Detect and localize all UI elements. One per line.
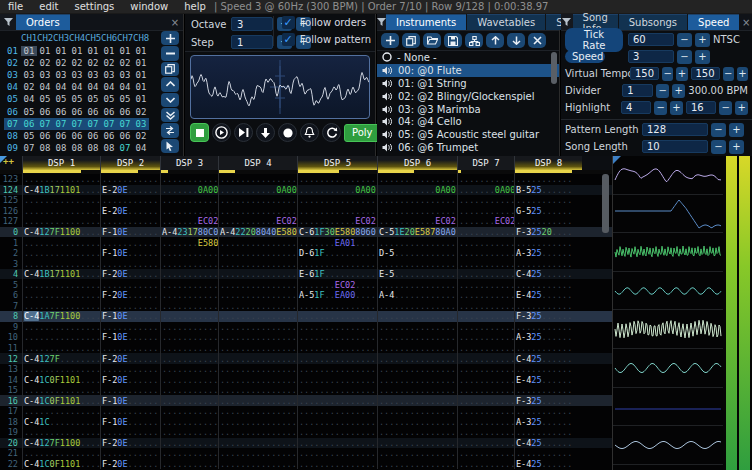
pattern-cell[interactable]: ...........	[100, 343, 160, 354]
pattern-cell[interactable]: ...........	[514, 216, 582, 227]
pattern-cell[interactable]: ...........	[457, 237, 514, 248]
pattern-cell[interactable]: ...............	[218, 279, 297, 290]
pattern-cell[interactable]: ...........	[514, 322, 582, 333]
order-cell[interactable]: 02	[69, 58, 85, 68]
pattern-cell[interactable]: ...............	[377, 237, 457, 248]
pattern-cell[interactable]: ...........	[160, 374, 218, 385]
pattern-cell[interactable]: ...............	[218, 248, 297, 259]
order-cell[interactable]: 05	[101, 94, 117, 104]
pattern-cell[interactable]: ...............	[218, 269, 297, 280]
order-cell[interactable]: 05	[117, 94, 133, 104]
divider-input[interactable]: 1	[622, 84, 653, 97]
pattern-cell[interactable]: F-10E......	[100, 417, 160, 428]
order-row[interactable]: 030303030303030301	[4, 69, 149, 81]
tab-wavetables[interactable]: Wavetables	[467, 14, 545, 30]
virtual-tempo-den-input[interactable]: 150	[691, 67, 720, 80]
pattern-length-decrease-button[interactable]: −	[711, 123, 726, 137]
pattern-cell[interactable]: ...........	[457, 417, 514, 428]
pattern-cell[interactable]: ...........	[457, 353, 514, 364]
tick-rate-button[interactable]: Tick Rate	[565, 28, 623, 52]
pattern-cell[interactable]: ...............	[22, 195, 100, 206]
pattern-cell[interactable]: ...........	[160, 322, 218, 333]
order-row[interactable]: 060506060606060602	[4, 105, 149, 117]
pattern-cell[interactable]: ...............	[377, 343, 457, 354]
pattern-cell[interactable]: C-51E20E58780A0	[377, 227, 457, 238]
pattern-cell[interactable]: C-61F30E5808060	[297, 227, 377, 238]
move-up-icon[interactable]	[161, 77, 179, 91]
order-cell[interactable]: 02	[21, 82, 37, 92]
pattern-cell[interactable]: ...............	[377, 374, 457, 385]
pattern-cell[interactable]: ...............	[218, 385, 297, 396]
pattern-cell[interactable]: ...............	[377, 438, 457, 449]
pattern-cell[interactable]: .......0A00	[457, 185, 514, 196]
pattern-cell[interactable]: ...........	[514, 364, 582, 375]
pattern-cell[interactable]: ...........	[457, 438, 514, 449]
order-cell[interactable]: 04	[133, 143, 149, 153]
pattern-cell[interactable]: ...............	[297, 406, 377, 417]
pattern-cell[interactable]: ...............	[297, 301, 377, 312]
pattern-cell[interactable]: C-41C0F1101....	[22, 395, 100, 406]
pattern-cell[interactable]: ...............	[22, 206, 100, 217]
pattern-cell[interactable]: ...............	[297, 395, 377, 406]
pattern-cell[interactable]: E-425......	[514, 290, 582, 301]
instrument-item[interactable]: 02: @2 Blingy/Glockenspiel	[377, 90, 559, 103]
pattern-cell[interactable]: .......EC02	[160, 216, 218, 227]
order-cell[interactable]: 03	[101, 70, 117, 80]
order-cell[interactable]: 06	[85, 131, 101, 141]
pattern-cell[interactable]: C-425......	[514, 438, 582, 449]
speed-increase-button[interactable]: +	[695, 50, 710, 64]
pattern-cell[interactable]: C-4127F1100....	[22, 227, 100, 238]
pattern-cell[interactable]: E-425......	[514, 374, 582, 385]
order-cell[interactable]: 02	[117, 58, 133, 68]
pattern-cell[interactable]: ...........	[457, 279, 514, 290]
channel-header[interactable]: DSP 6	[377, 156, 457, 170]
pattern-cell[interactable]: ...............	[377, 427, 457, 438]
order-cell[interactable]: 07	[117, 143, 133, 153]
pattern-cell[interactable]: ...............	[218, 406, 297, 417]
order-cell[interactable]: 01	[69, 46, 85, 56]
pattern-cell[interactable]: ...............	[22, 427, 100, 438]
pattern-cell[interactable]: ...........	[100, 385, 160, 396]
panel-menu-icon[interactable]	[0, 14, 16, 30]
pattern-cell[interactable]: ...............	[218, 258, 297, 269]
pattern-cell[interactable]: ...........	[100, 322, 160, 333]
pattern-cell[interactable]: ...............	[297, 459, 377, 470]
pattern-scrollbar[interactable]	[602, 174, 609, 233]
pattern-cell[interactable]: .......E580	[160, 237, 218, 248]
pattern-cell[interactable]: ...........	[160, 248, 218, 259]
pattern-cell[interactable]: F-10E......	[100, 227, 160, 238]
instrument-list-scrollbar[interactable]	[551, 52, 557, 84]
pattern-cell[interactable]: ...........	[160, 459, 218, 470]
pattern-cell[interactable]: ...............	[218, 374, 297, 385]
pattern-cell[interactable]: ...............	[297, 343, 377, 354]
order-cell[interactable]: 03	[69, 70, 85, 80]
move-down-icon[interactable]	[507, 33, 525, 48]
pattern-cell[interactable]: G-525......	[514, 206, 582, 217]
pattern-cell[interactable]: ...............	[218, 301, 297, 312]
pattern-cell[interactable]: C-4127F........	[22, 353, 100, 364]
pattern-cell[interactable]: ...............	[297, 332, 377, 343]
pattern-cell[interactable]: ...............	[377, 364, 457, 375]
pattern-cell[interactable]: ...............	[377, 417, 457, 428]
follow-orders-checkbox[interactable]: ✓ Follow orders	[282, 16, 371, 29]
pattern-cell[interactable]: ...............	[377, 301, 457, 312]
pattern-cell[interactable]: ...........	[160, 332, 218, 343]
pattern-cell[interactable]: ...........	[160, 290, 218, 301]
pattern-cell[interactable]: F-20E......	[100, 459, 160, 470]
order-cell[interactable]: 04	[37, 82, 53, 92]
tab-subsongs[interactable]: Subsongs	[619, 14, 687, 30]
order-cell[interactable]: 07	[85, 119, 101, 129]
order-cell[interactable]: 08	[85, 143, 101, 153]
order-cell[interactable]: 06	[85, 107, 101, 117]
order-cell[interactable]: 06	[69, 131, 85, 141]
order-cell[interactable]: 01	[37, 46, 53, 56]
pattern-cell[interactable]: ...............	[297, 374, 377, 385]
pattern-cell[interactable]: ...............	[377, 406, 457, 417]
step-input[interactable]: 1	[231, 35, 273, 49]
pattern-cell[interactable]: ...........	[457, 195, 514, 206]
save-icon[interactable]	[444, 33, 462, 48]
pattern-cell[interactable]: F-20E......	[100, 290, 160, 301]
pattern-cell[interactable]: ...........EC02	[297, 216, 377, 227]
pattern-cell[interactable]: ...........	[100, 364, 160, 375]
pattern-cell[interactable]: ...............	[218, 322, 297, 333]
